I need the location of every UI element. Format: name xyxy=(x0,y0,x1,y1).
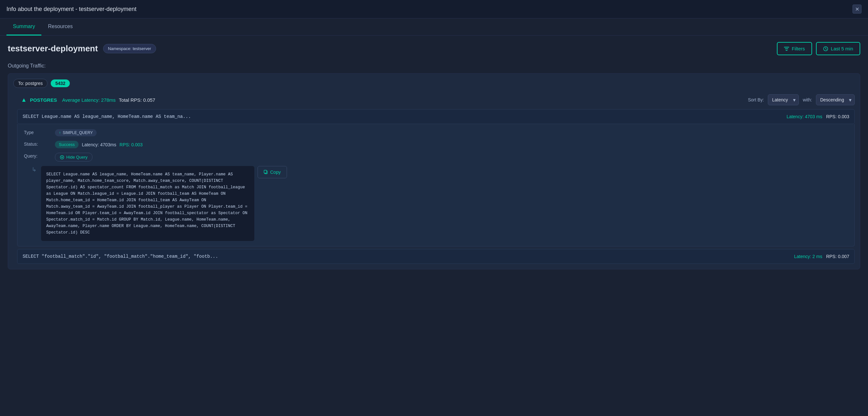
status-latency-value: Latency: 4703ms xyxy=(82,142,116,147)
filter-icon xyxy=(784,46,789,51)
sql-block-wrapper: ↳ SELECT League.name AS league_name, Hom… xyxy=(24,166,848,241)
close-button[interactable]: ✕ xyxy=(852,4,862,13)
status-value: Success Latency: 4703ms RPS: 0.003 xyxy=(55,141,143,148)
sort-row: Sort By: Latency RPS with: Descending As xyxy=(748,94,855,105)
svg-rect-4 xyxy=(264,170,267,173)
eye-icon xyxy=(60,155,64,160)
titlebar: Info about the deployment - testserver-d… xyxy=(0,0,868,19)
sort-by-label: Sort By: xyxy=(748,97,764,102)
postgres-info-left: ▲ POSTGRES Average Latency: 278ms Total … xyxy=(21,97,155,103)
query-1-detail: Type ↑ SIMPLE_QUERY Status: xyxy=(17,124,855,247)
query-2-rps: RPS: 0.007 xyxy=(826,254,849,259)
query-1-rps: RPS: 0.003 xyxy=(826,114,849,119)
time-range-button[interactable]: Last 5 min xyxy=(816,42,860,55)
sort-by-select-wrapper: Latency RPS xyxy=(768,94,799,105)
sql-code-block: SELECT League.name AS league_name, HomeT… xyxy=(41,166,254,241)
clock-icon xyxy=(823,46,828,51)
status-rps-value: RPS: 0.003 xyxy=(120,142,143,147)
type-badge: ↑ SIMPLE_QUERY xyxy=(55,129,97,136)
type-badge-arrow-icon: ↑ xyxy=(59,130,61,135)
filters-button[interactable]: Filters xyxy=(777,42,812,55)
traffic-card: To: postgres 5432 ▲ POSTGRES Average Lat… xyxy=(8,73,860,269)
outgoing-traffic-section: Outgoing Traffic: To: postgres 5432 ▲ PO… xyxy=(8,63,860,269)
order-select[interactable]: Descending Ascending xyxy=(816,94,855,105)
with-label: with: xyxy=(803,97,812,102)
port-badge: 5432 xyxy=(51,79,70,87)
query-row-1[interactable]: SELECT League.name AS league_name, HomeT… xyxy=(17,109,855,124)
query-label: Query: xyxy=(24,153,50,159)
window: Info about the deployment - testserver-d… xyxy=(0,0,868,416)
query-row-2[interactable]: SELECT "football_match"."id", "football_… xyxy=(17,249,855,264)
postgres-destination-label: To: postgres xyxy=(13,79,48,88)
type-label: Type xyxy=(24,129,50,135)
type-row: Type ↑ SIMPLE_QUERY xyxy=(24,129,848,136)
hide-query-button[interactable]: Hide Query xyxy=(55,153,92,161)
order-select-wrapper: Descending Ascending xyxy=(816,94,855,105)
query-label-row: Query: Hide Query xyxy=(24,153,848,161)
outgoing-traffic-label: Outgoing Traffic: xyxy=(8,63,860,69)
tab-summary[interactable]: Summary xyxy=(6,19,41,35)
header-actions: Filters Last 5 min xyxy=(777,42,860,55)
queries-container: SELECT League.name AS league_name, HomeT… xyxy=(13,109,855,264)
main-content: testserver-deployment Namespace: testser… xyxy=(0,35,868,416)
copy-button[interactable]: Copy xyxy=(257,166,287,178)
postgres-info-row: ▲ POSTGRES Average Latency: 278ms Total … xyxy=(13,92,855,109)
tab-resources[interactable]: Resources xyxy=(41,19,79,35)
query-row-2-meta: Latency: 2 ms RPS: 0.007 xyxy=(794,254,849,259)
namespace-badge: Namespace: testserver xyxy=(103,44,156,53)
avg-latency-label: Average Latency: 278ms xyxy=(62,97,116,103)
deployment-name: testserver-deployment xyxy=(8,43,98,54)
query-item-1: SELECT League.name AS league_name, HomeT… xyxy=(17,109,855,247)
query-value: Hide Query xyxy=(55,153,92,161)
deployment-header: testserver-deployment Namespace: testser… xyxy=(8,42,860,55)
deployment-left: testserver-deployment Namespace: testser… xyxy=(8,43,156,54)
type-value: ↑ SIMPLE_QUERY xyxy=(55,129,97,136)
postgres-tag-row: To: postgres 5432 xyxy=(13,79,855,88)
query-row-1-meta: Latency: 4703 ms RPS: 0.003 xyxy=(786,114,849,119)
query-1-latency: Latency: 4703 ms xyxy=(786,114,823,119)
collapse-icon[interactable]: ▲ xyxy=(21,97,27,103)
window-title: Info about the deployment - testserver-d… xyxy=(6,6,136,12)
query-row-1-text: SELECT League.name AS league_name, HomeT… xyxy=(23,114,191,119)
total-rps-label: Total RPS: 0.057 xyxy=(119,97,155,103)
query-item-2: SELECT "football_match"."id", "football_… xyxy=(17,249,855,264)
query-row-2-text: SELECT "football_match"."id", "football_… xyxy=(23,254,218,259)
tab-bar: Summary Resources xyxy=(0,19,868,35)
status-success-badge: Success xyxy=(55,141,79,148)
sort-by-select[interactable]: Latency RPS xyxy=(768,94,799,105)
query-2-latency: Latency: 2 ms xyxy=(794,254,822,259)
status-row: Status: Success Latency: 4703ms RPS: 0.0… xyxy=(24,141,848,148)
copy-icon xyxy=(264,170,268,174)
postgres-type-label: POSTGRES xyxy=(30,97,57,103)
svg-point-2 xyxy=(61,157,63,158)
status-label: Status: xyxy=(24,141,50,147)
arrow-icon: ↳ xyxy=(32,166,36,173)
